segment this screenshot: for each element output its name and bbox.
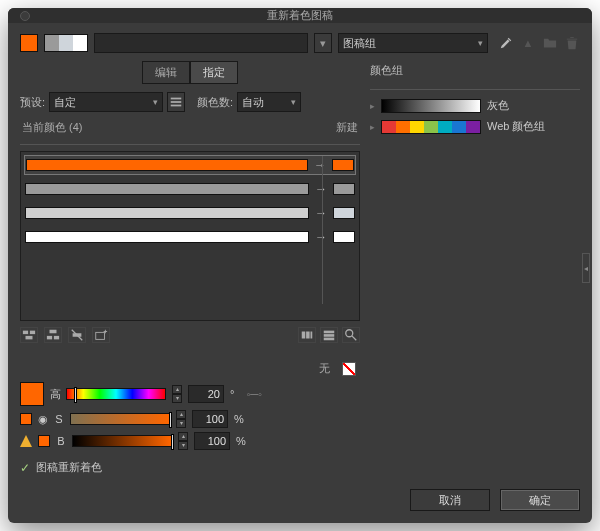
exclude-row-icon[interactable] [68,327,86,343]
split-row-icon[interactable] [44,327,62,343]
group-swatch-strip [381,120,481,134]
color-row[interactable]: → [25,156,355,174]
colornum-select[interactable]: 自动▾ [237,92,301,112]
disclosure-icon[interactable]: ▸ [370,101,375,111]
source-color-bar[interactable] [26,159,308,171]
svg-rect-14 [302,332,306,339]
preset-value: 自定 [54,95,76,110]
svg-rect-0 [171,98,182,100]
target-color-swatch[interactable] [333,231,355,243]
target-color-swatch[interactable] [333,207,355,219]
sat-label: S [54,413,64,425]
group-label: Web 颜色组 [487,119,545,134]
svg-rect-3 [23,331,28,335]
global-indicator-icon: ◉ [38,413,48,426]
merge-row-icon[interactable] [20,327,38,343]
sat-step-up[interactable]: ▴ [176,410,186,419]
folder-icon[interactable] [542,34,558,52]
selected-color-swatch[interactable] [20,382,44,406]
divider [20,144,360,145]
target-color-swatch[interactable] [332,159,354,171]
color-row[interactable]: → [25,228,355,246]
disclosure-icon[interactable]: ▸ [370,122,375,132]
out-of-gamut-icon[interactable] [20,435,32,447]
artwork-group-label: 图稿组 [343,36,376,51]
divider [370,89,580,90]
hue-label: 高 [50,387,60,402]
bri-step-up[interactable]: ▴ [178,432,188,441]
preset-select[interactable]: 自定▾ [49,92,163,112]
link-hsb-icon[interactable]: ◦─◦ [246,388,262,400]
svg-line-21 [352,336,356,340]
sort-hue-icon[interactable] [320,327,338,343]
bri-step-down[interactable]: ▾ [178,441,188,450]
tab-edit[interactable]: 编辑 [142,61,190,84]
save-group-icon[interactable]: ▲ [520,34,536,52]
svg-rect-11 [96,332,105,339]
none-swatch[interactable] [342,362,356,376]
svg-rect-5 [26,336,33,340]
group-label: 灰色 [487,98,509,113]
hue-input[interactable] [188,385,224,403]
bri-input[interactable] [194,432,230,450]
svg-rect-8 [54,336,59,340]
svg-rect-15 [306,332,310,339]
recolor-checkbox-label: 图稿重新着色 [36,460,102,475]
assign-arrow-icon[interactable]: → [312,158,328,172]
svg-rect-16 [311,332,313,339]
svg-rect-18 [324,334,335,337]
colornum-value: 自动 [242,95,264,110]
colornum-label: 颜色数: [197,95,233,110]
source-color-bar[interactable] [25,207,309,219]
color-group-dropdown[interactable]: ▾ [314,33,332,53]
trash-icon[interactable] [564,34,580,52]
assign-arrow-icon[interactable]: → [313,206,329,220]
color-group-item[interactable]: ▸Web 颜色组 [370,119,580,134]
find-color-icon[interactable] [298,327,316,343]
bri-label: B [56,435,66,447]
randomize-icon[interactable] [342,327,360,343]
eyedropper-icon[interactable] [498,34,514,52]
svg-rect-2 [171,105,182,107]
hue-unit: ° [230,388,234,400]
assign-arrow-icon[interactable]: → [313,182,329,196]
svg-rect-4 [30,331,35,335]
sat-unit: % [234,413,244,425]
target-color-swatch[interactable] [333,183,355,195]
hue-slider[interactable] [66,388,166,400]
hue-step-up[interactable]: ▴ [172,385,182,394]
new-colors-label: 新建 [336,120,358,135]
source-color-bar[interactable] [25,183,309,195]
bri-unit: % [236,435,246,447]
source-color-bar[interactable] [25,231,309,243]
sat-slider[interactable] [70,413,170,425]
active-color-swatch[interactable] [20,34,38,52]
preset-menu-icon[interactable] [167,92,185,112]
color-group-item[interactable]: ▸灰色 [370,98,580,113]
color-groups-title: 颜色组 [370,61,580,82]
color-assignment-list: →→→→ [20,151,360,321]
hue-step-down[interactable]: ▾ [172,394,182,403]
color-row[interactable]: → [25,180,355,198]
panel-collapse-handle[interactable]: ◂ [582,253,590,283]
new-row-icon[interactable] [92,327,110,343]
sat-input[interactable] [192,410,228,428]
bri-slider[interactable] [72,435,172,447]
artwork-group-select[interactable]: 图稿组 ▾ [338,33,488,53]
svg-point-20 [346,330,353,337]
none-label: 无 [20,361,338,376]
svg-rect-19 [324,338,335,341]
assign-arrow-icon[interactable]: → [313,230,329,244]
color-group-name-input[interactable] [94,33,308,53]
color-row[interactable]: → [25,204,355,222]
cancel-button[interactable]: 取消 [410,489,490,511]
sat-step-down[interactable]: ▾ [176,419,186,428]
column-divider [322,156,323,304]
artwork-color-preview[interactable] [44,34,88,52]
preset-label: 预设: [20,95,45,110]
recolor-checkbox[interactable]: ✓ [20,461,30,475]
tab-assign[interactable]: 指定 [190,61,238,84]
ok-button[interactable]: 确定 [500,489,580,511]
svg-rect-7 [47,336,52,340]
traffic-light-close[interactable] [20,11,30,21]
